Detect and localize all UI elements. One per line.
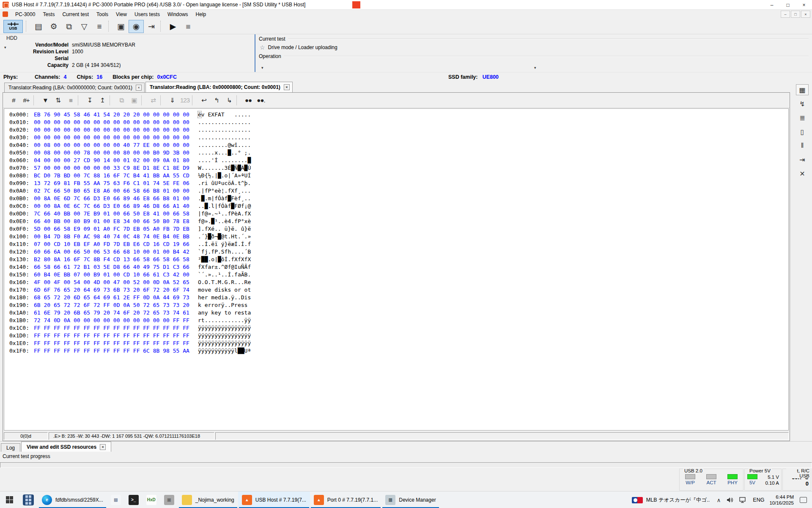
hex-toolbar-button[interactable] (110, 95, 114, 105)
ssd-family-value[interactable]: UE800 (483, 74, 499, 80)
hex-toolbar-button[interactable]: ↩ (198, 94, 210, 106)
menu-item[interactable]: Windows (164, 11, 192, 18)
tab-close-icon[interactable]: × (100, 444, 106, 450)
taskbar-app-button[interactable]: _Nojima_working (178, 491, 238, 508)
tab-close-icon[interactable]: × (284, 84, 290, 90)
toolbar-button[interactable] (160, 21, 164, 32)
menu-item[interactable]: PC-3000 (11, 11, 39, 18)
side-toolbar-button[interactable]: ✕ (796, 168, 809, 179)
tab-view-edit-ssd-resources[interactable]: View and edit SSD resources × (21, 442, 111, 452)
taskbar-app-button[interactable]: >_ (125, 491, 143, 508)
toolbar-button[interactable]: ≡ (92, 20, 107, 33)
language-indicator[interactable]: ENG (753, 497, 764, 503)
operation-dropdown-icon[interactable]: ▾ (261, 66, 263, 70)
menu-item[interactable]: Tests (39, 11, 58, 18)
menu-item[interactable]: View (112, 11, 131, 18)
taskbar-app-button[interactable]: e fdfdb/smssd/2259X... (38, 491, 107, 508)
hex-row: 0x0C0: 00 00 8A 0E 6C 7C 66 D3 E0 66 89 … (4, 202, 788, 210)
hex-toolbar-button[interactable] (33, 95, 38, 105)
tab-log[interactable]: Log (1, 443, 20, 452)
hex-toolbar-button[interactable]: # (7, 94, 20, 106)
current-test-progress-bar (0, 462, 812, 468)
hex-toolbar-button[interactable]: 123 (178, 94, 191, 106)
hex-toolbar-button[interactable]: ⇅ (52, 94, 64, 106)
taskbar-app-label: _Nojima_working (195, 497, 234, 503)
network-icon[interactable] (739, 497, 746, 503)
hex-toolbar-button[interactable]: ⇓ (166, 94, 178, 106)
mdi-control-button[interactable]: × (801, 11, 810, 18)
translator-tab[interactable]: Translator:Reading (LBA: 0x00000800; Cou… (145, 82, 293, 92)
window-control-button[interactable]: × (796, 0, 812, 10)
toolbar-button[interactable]: ⧉ (61, 20, 77, 33)
hex-toolbar-button[interactable]: #+ (20, 94, 33, 106)
news-mlb-icon[interactable] (632, 497, 643, 503)
toolbar-button[interactable]: ⇥ (144, 20, 159, 33)
clock[interactable]: 6:44 PM 10/16/2025 (769, 494, 794, 506)
toolbar-button[interactable]: ▤ (31, 20, 46, 33)
hex-toolbar-button[interactable]: ⧉ (115, 94, 128, 106)
toolbar-button[interactable]: ■ (181, 20, 196, 33)
hex-toolbar-button[interactable]: ↳ (223, 94, 236, 106)
hidden-icons-chevron-icon[interactable]: ∧ (717, 497, 721, 503)
taskbar-app-button[interactable]: HxD (143, 491, 160, 508)
hex-toolbar-button[interactable]: ↥ (96, 94, 109, 106)
side-toolbar-button[interactable]: ≣ (796, 112, 809, 123)
main-toolbar: USB ▤⚙⧉▽≡▣◉⇥▶■ (0, 19, 812, 34)
hex-ascii: ..█.l|fÓàf█FØf¡@ (198, 202, 251, 210)
hex-toolbar-button[interactable] (236, 95, 241, 105)
hex-toolbar-button[interactable] (192, 95, 197, 105)
hex-dump-area[interactable]: 0x000: EB 76 90 45 58 46 41 54 20 20 20 … (4, 108, 789, 431)
window-control-button[interactable]: □ (780, 0, 796, 10)
menu-item[interactable]: Users tests (131, 11, 164, 18)
mdi-control-button[interactable]: – (781, 11, 790, 18)
hex-toolbar-button[interactable]: ●● (242, 94, 255, 106)
tab-close-icon[interactable]: × (136, 85, 142, 91)
toolbar-button[interactable] (108, 21, 112, 32)
start-button[interactable] (0, 491, 19, 508)
taskbar-app-button[interactable]: ▤ (107, 491, 125, 508)
notification-center-icon[interactable] (800, 497, 807, 503)
taskbar-app-button[interactable]: ▣ (160, 491, 178, 508)
drive-info-row: HDD ▾ Vendor/Model smiSMI/USB MEMORYBAR … (0, 34, 812, 72)
operation-dropdown-icon-2[interactable]: ▾ (534, 66, 536, 70)
side-toolbar-button[interactable]: ↯ (796, 98, 809, 109)
side-toolbar-button[interactable]: ⇥ (796, 154, 809, 165)
toolbar-button[interactable] (26, 21, 30, 32)
hex-toolbar-button[interactable]: ●●. (255, 94, 267, 106)
window-control-button[interactable]: – (764, 0, 780, 10)
menu-item[interactable]: Help (192, 11, 210, 18)
pinned-app-icon[interactable] (23, 494, 34, 505)
hex-toolbar-button[interactable] (78, 95, 82, 105)
side-toolbar-button[interactable]: ‖ (796, 140, 809, 151)
hex-address: 0x1F0: (9, 347, 34, 355)
mdi-control-button[interactable]: □ (791, 11, 800, 18)
toolbar-button[interactable]: ◉ (129, 20, 144, 33)
hex-toolbar-button[interactable] (160, 95, 165, 105)
speaker-icon[interactable] (727, 497, 733, 503)
hex-toolbar-button[interactable]: ▼ (39, 94, 52, 106)
hex-toolbar-button[interactable]: ■ (64, 94, 77, 106)
usb-mode-button[interactable]: USB (3, 20, 23, 33)
current-test-name[interactable]: Drive mode / Loader uploading (268, 44, 337, 50)
taskbar-app-button[interactable]: ▴ Port 0 # 7.7.19(7.7.1... (310, 491, 381, 508)
taskbar-app-button[interactable]: ▥ Device Manager (381, 491, 439, 508)
toolbar-button[interactable]: ▶ (165, 20, 181, 33)
taskbar-app-button[interactable]: ▴ USB Host # 7.7.19(7... (238, 491, 310, 508)
translator-tab[interactable]: Translator:Reading (LBA: 0x00000000; Cou… (4, 83, 145, 92)
toolbar-button[interactable]: ▽ (77, 20, 92, 33)
hex-toolbar-button[interactable] (141, 95, 146, 105)
hex-bytes: B2 80 8A 16 6F 7C 8B F4 CD 13 66 58 66 5… (34, 256, 191, 263)
toolbar-button[interactable]: ⚙ (46, 20, 61, 33)
menu-item[interactable]: Tools (93, 11, 112, 18)
side-toolbar-button[interactable]: ▯ (796, 126, 809, 137)
hex-toolbar-button[interactable]: ↰ (210, 94, 223, 106)
hex-toolbar-button[interactable]: ↧ (83, 94, 96, 106)
news-headline[interactable]: MLB テオスカーが『中ゴ... (646, 497, 710, 504)
toolbar-button[interactable]: ▣ (113, 20, 129, 33)
hex-bytes: 00 00 00 00 00 00 00 00 00 00 00 00 00 0… (34, 119, 191, 126)
indicator-label: PHY (727, 480, 738, 485)
menu-item[interactable]: Current test (58, 11, 93, 18)
hex-toolbar-button[interactable]: ⇄ (147, 94, 159, 106)
side-toolbar-button[interactable]: ▦ (796, 84, 809, 95)
hex-toolbar-button[interactable]: ▣ (128, 94, 140, 106)
